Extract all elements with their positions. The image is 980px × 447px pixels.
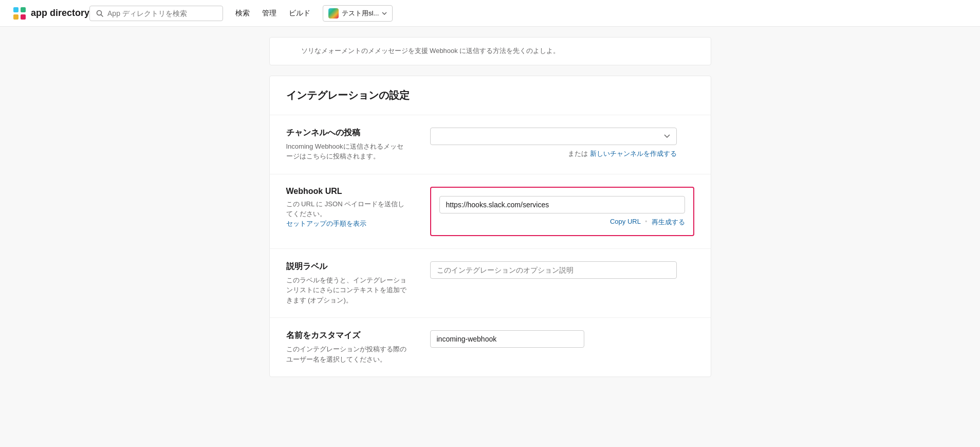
- workspace-label: テスト用sl...: [342, 9, 379, 18]
- search-input[interactable]: [107, 9, 216, 17]
- channel-post-row: チャンネルへの投稿 Incoming Webhookに送信されるメッセージはこち…: [270, 115, 711, 174]
- description-label-col: 説明ラベル このラベルを使うと、インテグレーションリストにさらにコンテキストを追…: [286, 261, 410, 306]
- chevron-down-icon: [382, 12, 387, 15]
- search-icon: [96, 10, 103, 17]
- main-content: ソリなメォーメントのメメッセージを支援 Webhook に送信する方法を先くのよ…: [0, 27, 980, 447]
- svg-rect-3: [21, 14, 26, 20]
- description-label-title: 説明ラベル: [286, 261, 410, 272]
- nav-admin[interactable]: 管理: [262, 9, 276, 18]
- channel-post-label-col: チャンネルへの投稿 Incoming Webhookに送信されるメッセージはこち…: [286, 128, 410, 162]
- workspace-icon: [328, 8, 339, 19]
- webhook-url-control: Copy URL • 再生成する: [430, 187, 694, 236]
- svg-rect-2: [13, 14, 19, 20]
- customize-name-label-col: 名前をカスタマイズ このインテグレーションが投稿する際のユーザー名を選択してくだ…: [286, 330, 410, 364]
- nav-search[interactable]: 検索: [235, 9, 250, 18]
- channel-post-desc: Incoming Webhookに送信されるメッセージはこちらに投稿されます。: [286, 141, 410, 162]
- copy-url-link[interactable]: Copy URL: [610, 218, 641, 227]
- customize-name-control: [430, 330, 694, 348]
- header: app directory 検索 管理 ビルド テスト用sl...: [0, 0, 980, 27]
- search-box[interactable]: [89, 6, 223, 21]
- channel-post-control: または 新しいチャンネルを作成する: [430, 128, 694, 158]
- header-nav: 検索 管理 ビルド テスト用sl...: [235, 5, 393, 22]
- new-channel-link[interactable]: 新しいチャンネルを作成する: [590, 150, 677, 157]
- regenerate-link[interactable]: 再生成する: [652, 218, 685, 227]
- customize-name-row: 名前をカスタマイズ このインテグレーションが投稿する際のユーザー名を選択してくだ…: [270, 317, 711, 377]
- logo-link[interactable]: app directory: [12, 6, 89, 21]
- description-label-input[interactable]: [430, 261, 677, 279]
- webhook-url-label: Webhook URL: [286, 187, 410, 196]
- webhook-url-label-col: Webhook URL この URL に JSON ペイロードを送信してください…: [286, 187, 410, 228]
- content-wrapper: ソリなメォーメントのメメッセージを支援 Webhook に送信する方法を先くのよ…: [259, 27, 722, 398]
- webhook-url-row: Webhook URL この URL に JSON ペイロードを送信してください…: [270, 174, 711, 248]
- slack-logo-icon: [12, 6, 27, 21]
- webhook-actions: Copy URL • 再生成する: [439, 218, 685, 227]
- customize-name-input[interactable]: [430, 330, 584, 348]
- top-banner-text: ソリなメォーメントのメメッセージを支援 Webhook に送信する方法を先くのよ…: [285, 38, 696, 65]
- customize-name-label: 名前をカスタマイズ: [286, 330, 410, 341]
- channel-select[interactable]: [430, 128, 677, 145]
- svg-rect-1: [21, 7, 26, 12]
- section-header: インテグレーションの設定: [270, 76, 711, 102]
- description-label-row: 説明ラベル このラベルを使うと、インテグレーションリストにさらにコンテキストを追…: [270, 248, 711, 318]
- new-channel-link-row: または 新しいチャンネルを作成する: [430, 149, 677, 158]
- description-label-desc: このラベルを使うと、インテグレーションリストにさらにコンテキストを追加できます …: [286, 275, 410, 306]
- header-app-title: app directory: [31, 8, 89, 19]
- workspace-selector[interactable]: テスト用sl...: [323, 5, 393, 22]
- setup-instructions-link[interactable]: セットアップの手順を表示: [286, 220, 366, 227]
- webhook-url-desc: この URL に JSON ペイロードを送信してください。: [286, 199, 410, 219]
- webhook-box: Copy URL • 再生成する: [430, 187, 694, 236]
- customize-name-desc: このインテグレーションが投稿する際のユーザー名を選択してください。: [286, 344, 410, 364]
- integration-settings-card: インテグレーションの設定 チャンネルへの投稿 Incoming Webhookに…: [269, 76, 711, 378]
- description-label-control: [430, 261, 694, 279]
- svg-rect-0: [13, 7, 19, 12]
- top-banner-card: ソリなメォーメントのメメッセージを支援 Webhook に送信する方法を先くのよ…: [269, 37, 711, 65]
- channel-post-label: チャンネルへの投稿: [286, 128, 410, 138]
- webhook-url-input[interactable]: [439, 196, 685, 213]
- section-title: インテグレーションの設定: [286, 88, 694, 102]
- new-channel-prefix: または: [568, 150, 588, 157]
- nav-build[interactable]: ビルド: [289, 9, 310, 18]
- svg-line-5: [101, 14, 103, 16]
- separator: •: [645, 218, 648, 227]
